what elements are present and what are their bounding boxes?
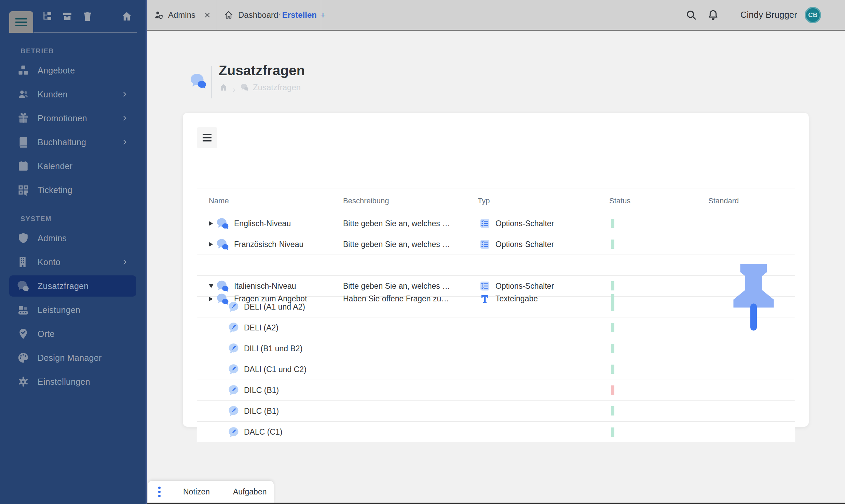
table-row[interactable]: DELI (A2) <box>197 317 795 338</box>
row-name: Italienisch-Niveau <box>234 282 296 291</box>
bottom-dock: Notizen Aufgaben <box>148 481 274 503</box>
close-icon[interactable] <box>204 11 211 19</box>
column-header-status: Status <box>609 196 708 205</box>
user-name[interactable]: Cindy Brugger <box>740 10 797 20</box>
table-row[interactable]: Fragen zum AngebotHaben Sie offene Frage… <box>197 255 795 276</box>
name-cell: DILC (B1) <box>197 405 343 417</box>
sidebar-item-label: Leistungen <box>38 305 80 315</box>
table-row[interactable]: Englisch-NiveauBitte geben Sie an, welch… <box>197 213 795 234</box>
dock-item-aufgaben[interactable]: Aufgaben <box>230 487 269 496</box>
sidebar-item-label: Ticketing <box>38 185 72 195</box>
sidebar-item-angebote[interactable]: Angebote <box>9 60 136 81</box>
create-tab-label: Erstellen <box>282 10 317 20</box>
table-row[interactable]: DILC (B1) <box>197 380 795 401</box>
table-menu-button[interactable] <box>197 127 217 148</box>
main-content: Zusatzfragen Zusatzfragen NameBeschreibu… <box>147 31 845 504</box>
gift-icon <box>16 112 30 125</box>
description-cell: Bitte geben Sie an, welches … <box>343 282 478 291</box>
status-cell <box>609 241 708 247</box>
shield-icon <box>16 232 30 245</box>
row-name: DELI (A1 und A2) <box>244 302 305 312</box>
pencil-bubble-icon <box>228 384 239 396</box>
expand-icon[interactable] <box>209 297 213 301</box>
sidebar-item-label: Angebote <box>38 66 75 76</box>
status-cell <box>609 220 708 227</box>
sidebar-item-kalender[interactable]: Kalender <box>9 155 136 177</box>
chevron-right-icon <box>121 259 128 265</box>
table-row[interactable]: DALI (C1 und C2) <box>197 359 795 380</box>
sidebar-item-buchhaltung[interactable]: Buchhaltung <box>9 132 136 153</box>
status-cell <box>609 325 708 331</box>
description-cell: Bitte geben Sie an, welches … <box>343 240 478 249</box>
gear-icon <box>16 375 30 388</box>
trash-icon[interactable] <box>82 11 93 22</box>
avatar[interactable]: CB <box>805 7 821 23</box>
home-icon[interactable] <box>121 11 132 22</box>
column-header-standard: Standard <box>708 196 795 205</box>
description-cell: Haben Sie offene Fragen zu… <box>343 294 478 303</box>
options-list-icon <box>480 281 490 291</box>
menu-icon[interactable] <box>9 11 33 33</box>
archive-icon[interactable] <box>62 11 73 22</box>
close-icon[interactable] <box>278 11 281 19</box>
expand-icon[interactable] <box>209 221 213 226</box>
topbar-right: Cindy Brugger CB <box>685 0 845 30</box>
sidebar-item-zusatzfragen[interactable]: Zusatzfragen <box>9 275 136 297</box>
sidebar-item-leistungen[interactable]: Leistungen <box>9 299 136 321</box>
standard-cell <box>708 255 795 343</box>
sidebar-item-kunden[interactable]: Kunden <box>9 84 136 105</box>
search-icon[interactable] <box>685 9 697 21</box>
sidebar-item-orte[interactable]: Orte <box>9 323 136 344</box>
kebab-icon[interactable] <box>156 485 163 499</box>
collapse-icon[interactable] <box>209 284 214 288</box>
sidebar: BETRIEBAngeboteKundenPromotionenBuchhalt… <box>0 0 147 504</box>
home-icon[interactable] <box>219 83 228 92</box>
row-name: DELI (A2) <box>244 323 278 332</box>
sidebar-item-einstellungen[interactable]: Einstellungen <box>9 371 136 392</box>
expand-icon[interactable] <box>209 242 213 247</box>
table-row[interactable]: DILI (B1 und B2) <box>197 338 795 359</box>
pin-check-icon <box>16 327 30 340</box>
sidebar-item-label: Admins <box>38 233 67 243</box>
sidebar-item-admins[interactable]: Admins <box>9 228 136 249</box>
row-name: DILI (B1 und B2) <box>244 344 302 353</box>
sidebar-header-divider <box>33 32 137 33</box>
dock-item-notizen[interactable]: Notizen <box>180 487 213 496</box>
chat-bubbles-icon <box>216 239 229 250</box>
sidebar-item-label: Einstellungen <box>38 377 90 387</box>
tab-admins[interactable]: Admins <box>147 0 217 30</box>
pencil-bubble-icon <box>228 343 239 354</box>
status-cell <box>609 296 708 302</box>
tab-dashboard[interactable]: Dashboard <box>217 0 287 30</box>
sidebar-item-design-manager[interactable]: Design Manager <box>9 347 136 368</box>
tree-icon[interactable] <box>42 11 53 22</box>
name-cell: Französisch-Niveau <box>197 239 343 250</box>
table-card: NameBeschreibungTypStatusStandardEnglisc… <box>183 113 809 427</box>
options-list-icon <box>480 239 490 249</box>
breadcrumb-current: Zusatzfragen <box>253 83 301 92</box>
chevron-right-icon <box>121 91 128 98</box>
tab-erstellen[interactable]: Erstellen + <box>287 0 321 30</box>
sidebar-header <box>0 0 146 33</box>
row-name: Englisch-Niveau <box>234 219 291 228</box>
name-cell: DILC (B1) <box>197 384 343 396</box>
table-row[interactable]: Französisch-NiveauBitte geben Sie an, we… <box>197 234 795 255</box>
row-name: DALC (C1) <box>244 427 282 437</box>
hamburger-icon <box>203 134 212 141</box>
table-row[interactable]: DALC (C1) <box>197 422 795 442</box>
sidebar-item-label: Buchhaltung <box>38 137 86 147</box>
bell-icon[interactable] <box>707 9 719 21</box>
status-cell <box>609 345 708 352</box>
sidebar-item-ticketing[interactable]: Ticketing <box>9 179 136 201</box>
sidebar-item-label: Kunden <box>38 90 68 99</box>
status-cell <box>609 408 708 414</box>
table-row[interactable]: DILC (B1) <box>197 401 795 422</box>
title-divider <box>211 66 212 98</box>
type-label: Options-Schalter <box>495 282 554 291</box>
sidebar-item-label: Zusatzfragen <box>38 281 89 291</box>
type-label: Options-Schalter <box>495 219 554 228</box>
sidebar-item-label: Design Manager <box>38 353 102 363</box>
sidebar-item-promotionen[interactable]: Promotionen <box>9 108 136 129</box>
sidebar-item-konto[interactable]: Konto <box>9 251 136 273</box>
pushpin-icon[interactable] <box>710 337 797 342</box>
